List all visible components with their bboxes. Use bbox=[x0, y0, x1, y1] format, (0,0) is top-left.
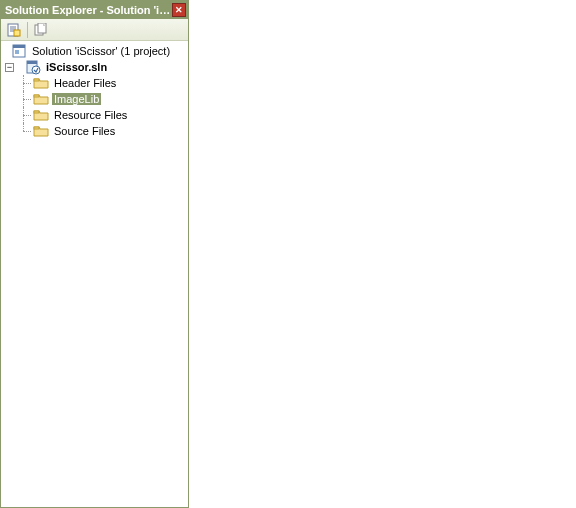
show-all-files-button[interactable] bbox=[32, 21, 50, 39]
solution-node[interactable]: Solution 'iScissor' (1 project) bbox=[1, 43, 188, 59]
solution-label: Solution 'iScissor' (1 project) bbox=[30, 45, 172, 57]
tree-line bbox=[19, 91, 33, 107]
svg-rect-13 bbox=[34, 79, 39, 81]
project-node[interactable]: − iScissor.sln bbox=[1, 59, 188, 75]
svg-rect-9 bbox=[15, 50, 19, 54]
title-bar[interactable]: Solution Explorer - Solution 'iSci... ✕ bbox=[1, 1, 188, 19]
folder-icon bbox=[33, 123, 49, 139]
svg-rect-11 bbox=[27, 61, 37, 64]
tree-line bbox=[19, 123, 33, 139]
toolbar bbox=[1, 19, 188, 41]
close-icon[interactable]: ✕ bbox=[172, 3, 186, 17]
project-icon bbox=[25, 59, 41, 75]
svg-rect-15 bbox=[34, 111, 39, 113]
folder-node-resource[interactable]: Resource Files bbox=[1, 107, 188, 123]
tree-line bbox=[19, 75, 33, 91]
solution-explorer-panel: Solution Explorer - Solution 'iSci... ✕ bbox=[0, 0, 189, 508]
tree-view[interactable]: Solution 'iScissor' (1 project) − iSciss… bbox=[1, 41, 188, 507]
folder-label: Header Files bbox=[52, 77, 118, 89]
show-all-files-icon bbox=[34, 23, 48, 37]
folder-icon bbox=[33, 91, 49, 107]
folder-node-header[interactable]: Header Files bbox=[1, 75, 188, 91]
project-label: iScissor.sln bbox=[44, 61, 109, 73]
svg-rect-16 bbox=[34, 127, 39, 129]
folder-label: Source Files bbox=[52, 125, 117, 137]
svg-rect-4 bbox=[14, 30, 20, 36]
title-text: Solution Explorer - Solution 'iSci... bbox=[5, 4, 172, 16]
solution-icon bbox=[11, 43, 27, 59]
folder-label-selected: ImageLib bbox=[52, 93, 101, 105]
properties-icon bbox=[7, 23, 21, 37]
toolbar-separator bbox=[27, 22, 28, 38]
folder-node-source[interactable]: Source Files bbox=[1, 123, 188, 139]
collapse-icon[interactable]: − bbox=[5, 63, 14, 72]
tree-line bbox=[19, 107, 33, 123]
folder-node-imagelib[interactable]: ImageLib bbox=[1, 91, 188, 107]
svg-rect-14 bbox=[34, 95, 39, 97]
folder-label: Resource Files bbox=[52, 109, 129, 121]
svg-rect-6 bbox=[38, 23, 46, 33]
properties-button[interactable] bbox=[5, 21, 23, 39]
folder-icon bbox=[33, 75, 49, 91]
svg-rect-8 bbox=[13, 45, 25, 48]
folder-icon bbox=[33, 107, 49, 123]
